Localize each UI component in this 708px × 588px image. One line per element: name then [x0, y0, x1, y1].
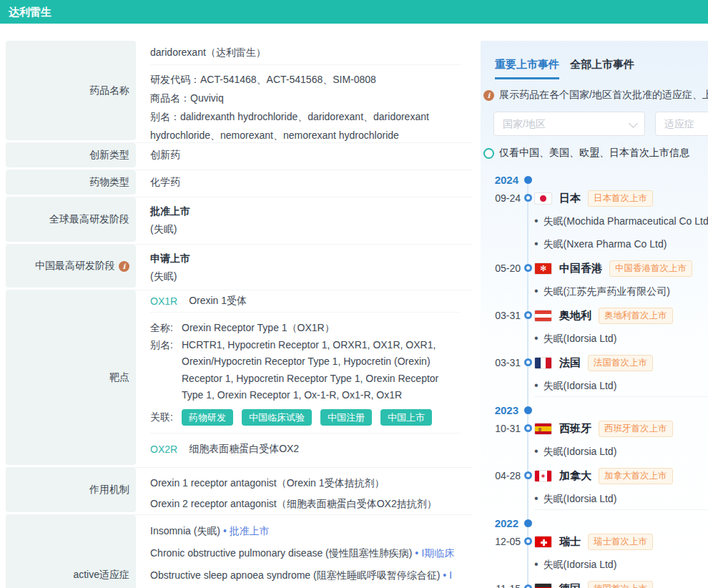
row-global-stage: 全球最高研发阶段 批准上市 (失眠)	[6, 197, 472, 242]
mechanism-line: Orexin 1 receptor antagonist（Orexin 1受体拮…	[150, 473, 461, 494]
event-country: 中国香港	[559, 262, 602, 275]
timeline-year-group: 202310-31西班牙西班牙首次上市•失眠(Idorsia Ltd)04-28…	[483, 396, 708, 506]
tab-important-launch-events[interactable]: 重要上市事件	[495, 58, 559, 79]
event-date: 11-15	[483, 583, 521, 588]
timeline-event: 09-24日本日本首次上市•失眠(Mochida Pharmaceutical …	[483, 190, 708, 251]
china-stage-indication: (失眠)	[150, 268, 461, 285]
event-indication-item: •失眠(Idorsia Ltd)	[483, 378, 708, 393]
assoc-china-registration-button[interactable]: 中国注册	[320, 409, 372, 426]
row-active-indications: active适应症 Insomnia (失眠) 批准上市 Chronic obs…	[6, 514, 472, 588]
timeline-event-header: 10-31西班牙西班牙首次上市	[483, 420, 708, 437]
event-dot	[524, 584, 532, 588]
timeline-event-header: 03-31法国法国首次上市	[483, 354, 708, 371]
row-mechanism: 作用机制 Orexin 1 receptor antagonist（Orexin…	[6, 467, 472, 512]
radio-icon[interactable]	[483, 148, 494, 159]
bullet-icon: •	[534, 237, 539, 251]
first-launch-tag: 中国香港首次上市	[609, 260, 692, 277]
timeline-event-header: 04-28加拿大加拿大首次上市	[483, 467, 708, 484]
event-date: 12-05	[483, 536, 521, 547]
country-region-select[interactable]	[493, 112, 645, 136]
tabs: 重要上市事件 全部上市事件	[495, 58, 708, 79]
target-ox2r-link[interactable]: OX2R	[150, 444, 177, 455]
year-dot	[524, 406, 532, 414]
timeline: 202409-24日本日本首次上市•失眠(Mochida Pharmaceuti…	[483, 172, 708, 588]
timeline-event: 11-15德国德国首次上市	[483, 580, 708, 588]
indication-stage-link[interactable]: Ⅰ期临床	[415, 547, 454, 559]
indication-filter-input[interactable]	[655, 112, 708, 136]
spain-flag	[534, 423, 552, 435]
mechanism-line: Orexin 2 receptor antagonist（细胞表面糖蛋白受体OX…	[150, 494, 461, 514]
event-indication-item: •失眠(Idorsia Ltd)	[483, 331, 708, 346]
event-dot	[524, 471, 532, 479]
event-dot	[524, 358, 532, 366]
first-launch-filter: 仅看中国、美国、欧盟、日本首次上市信息	[483, 147, 708, 160]
bullet-icon: •	[534, 444, 539, 459]
target-ox1r-link[interactable]: OX1R	[150, 295, 177, 307]
timeline-event-header: 03-31奥地利奥地利首次上市	[483, 307, 708, 324]
assoc-china-launch-button[interactable]: 中国上市	[380, 409, 432, 426]
event-country: 法国	[559, 356, 581, 370]
global-stage-indication: (失眠)	[150, 220, 461, 238]
info-tooltip-icon[interactable]: i	[119, 261, 129, 272]
indication-item: Chronic obstructive pulmonary disease (慢…	[150, 544, 461, 562]
drug-aliases: 别名：dalidrexanth hydrochloride、daridorexa…	[150, 107, 461, 144]
event-country: 奥地利	[559, 309, 591, 323]
bullet-icon: •	[534, 491, 539, 506]
info-icon: i	[483, 90, 494, 101]
event-country: 瑞士	[559, 535, 581, 549]
first-launch-tag: 奥地利首次上市	[599, 308, 673, 324]
event-indication-text: 失眠(江苏先声药业有限公司)	[544, 284, 670, 298]
event-indication-item: •失眠(Idorsia Ltd)	[483, 557, 708, 572]
event-country: 德国	[559, 582, 581, 588]
timeline-event: 03-31法国法国首次上市•失眠(Idorsia Ltd)	[483, 354, 708, 393]
event-indication-text: 失眠(Idorsia Ltd)	[544, 444, 617, 459]
drug-type-value: 化学药	[150, 176, 180, 189]
event-date: 03-31	[483, 310, 521, 321]
row-china-stage: 中国最高研发阶段 i 申请上市 (失眠)	[6, 244, 472, 288]
canada-flag	[534, 470, 552, 482]
assoc-china-clinical-trials-button[interactable]: 中国临床试验	[242, 409, 312, 426]
year-dot	[524, 519, 532, 527]
timeline-event: 10-31西班牙西班牙首次上市•失眠(Idorsia Ltd)	[483, 420, 708, 459]
indication-item: Insomnia (失眠) 批准上市	[150, 522, 461, 540]
year-dot	[524, 176, 532, 184]
target-aliases: HCRTR1, Hypocretin Receptor 1, ORXR1, OX…	[182, 337, 461, 404]
radio-label: 仅看中国、美国、欧盟、日本首次上市信息	[499, 147, 689, 160]
bullet-icon: •	[534, 378, 539, 393]
drug-name-primary: daridorexant（达利雷生）	[150, 41, 461, 65]
timeline-event: 04-28加拿大加拿大首次上市•失眠(Idorsia Ltd)	[483, 467, 708, 506]
drug-info-table: 药品名称 daridorexant（达利雷生） 研发代码：ACT-541468、…	[6, 41, 472, 588]
event-dot	[524, 311, 532, 319]
event-indication-text: 失眠(Idorsia Ltd)	[544, 378, 617, 393]
assoc-drug-rd-button[interactable]: 药物研发	[182, 409, 233, 426]
year-label: 2024	[483, 172, 518, 188]
austria-flag	[534, 310, 552, 322]
timeline-event-header: 09-24日本日本首次上市	[483, 190, 708, 207]
event-date: 04-28	[483, 470, 521, 481]
first-launch-tag: 瑞士首次上市	[588, 534, 653, 550]
target-ox2r-name: 细胞表面糖蛋白受体OX2	[189, 443, 299, 456]
row-drug-name: 药品名称 daridorexant（达利雷生） 研发代码：ACT-541468、…	[6, 41, 472, 140]
event-indication-item: •失眠(江苏先声药业有限公司)	[483, 284, 708, 298]
event-date: 05-20	[483, 263, 521, 274]
switzerland-flag	[534, 536, 552, 548]
event-indication-item: •失眠(Idorsia Ltd)	[483, 491, 708, 506]
event-date: 10-31	[483, 423, 521, 434]
event-indication-item: •失眠(Mochida Pharmaceutical Co Ltd)	[483, 214, 708, 228]
launch-events-panel: 重要上市事件 全部上市事件 i 展示药品在各个国家/地区首次批准的适应症、上 仅…	[481, 41, 708, 588]
timeline-event-header: 11-15德国德国首次上市	[483, 580, 708, 588]
tab-all-launch-events[interactable]: 全部上市事件	[570, 58, 634, 79]
event-date: 03-31	[483, 357, 521, 368]
event-dot	[524, 264, 532, 272]
event-date: 09-24	[483, 192, 521, 204]
year-label: 2023	[483, 403, 518, 418]
page-title: 达利雷生	[0, 0, 708, 24]
first-launch-tag: 德国首次上市	[588, 581, 653, 588]
indication-stage-link[interactable]: 批准上市	[223, 525, 270, 536]
event-indication-text: 失眠(Mochida Pharmaceutical Co Ltd)	[544, 214, 708, 228]
event-dot	[524, 194, 532, 202]
timeline-year-group: 202409-24日本日本首次上市•失眠(Mochida Pharmaceuti…	[483, 172, 708, 393]
germany-flag	[534, 583, 552, 588]
event-indication-text: 失眠(Nxera Pharma Co Ltd)	[544, 237, 667, 251]
year-label: 2022	[483, 516, 518, 531]
